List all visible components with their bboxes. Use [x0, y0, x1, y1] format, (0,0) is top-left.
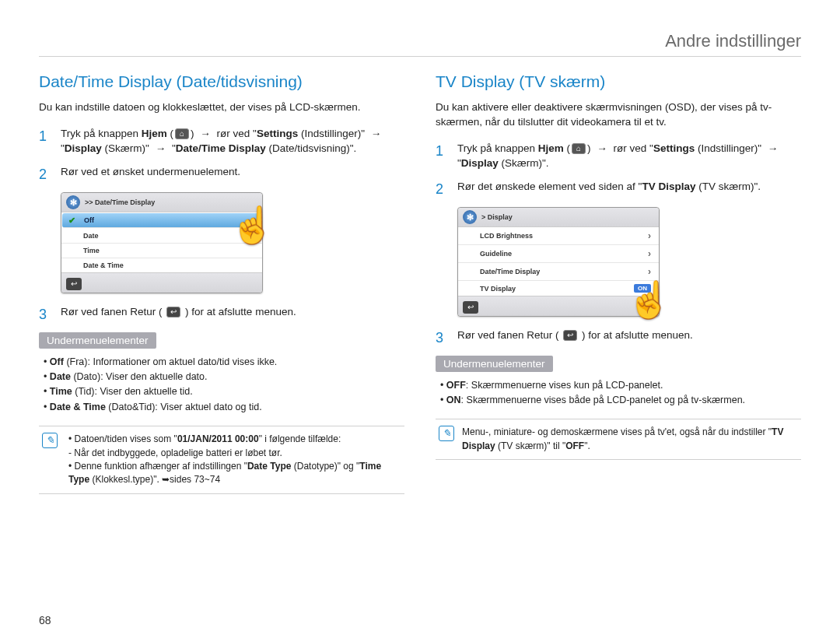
t: Guideline: [480, 250, 512, 258]
t: : Skærmmenuerne vises både på LCD-panele…: [461, 395, 745, 405]
subbox-header: Undermenuelementer: [436, 356, 553, 372]
page-header-title: Andre indstillinger: [39, 31, 801, 57]
t: (Indstillinger)": [695, 142, 765, 154]
note-icon: ✎: [439, 426, 454, 441]
list-item: OFF: Skærmmenuerne vises kun på LCD-pane…: [440, 378, 801, 393]
t: TV Display: [642, 181, 695, 192]
arrow-icon: →: [156, 142, 166, 154]
t: OFF: [565, 440, 584, 451]
toggle-on[interactable]: ON: [634, 284, 651, 293]
step-text: Tryk på knappen Hjem (⌂) → rør ved "Sett…: [457, 141, 801, 171]
t: Date/Time Display: [176, 142, 266, 154]
home-label: Hjem: [142, 128, 167, 139]
menu-item-tv-display[interactable]: TV DisplayON: [458, 281, 659, 296]
t: (Fra): Informationer om aktuel dato/tid …: [64, 356, 277, 367]
menu-item-date[interactable]: Date: [61, 229, 262, 244]
t: rør ved ": [614, 142, 653, 154]
submenu-list: Off (Fra): Informationer om aktuel dato/…: [39, 355, 404, 416]
t: Date/Time Display: [480, 268, 540, 275]
t: Rør ved fanen Retur (: [457, 329, 559, 341]
step-number: 1: [436, 141, 446, 161]
t: Time: [50, 386, 72, 397]
mock-header: ✻ >> Date/Time Display: [61, 193, 262, 212]
note-content: Menu-, miniature- og demoskærmene vises …: [462, 426, 798, 453]
t: Display: [461, 157, 499, 169]
mock-title: >> Date/Time Display: [85, 198, 155, 206]
menu-item-date-time-display[interactable]: Date/Time Display›: [458, 263, 659, 281]
t: Date & Time: [50, 402, 106, 412]
subbox-header: Undermenuelementer: [39, 332, 156, 349]
list-item: Datoen/tiden vises som "01/JAN/2011 00:0…: [68, 433, 401, 460]
note-box: ✎ Datoen/tiden vises som "01/JAN/2011 00…: [39, 426, 404, 494]
mock-title: > Display: [481, 213, 513, 221]
step-text: Rør ved fanen Retur ( ↩ ) for at afslutt…: [61, 304, 404, 320]
step-text: Rør det ønskede element ved siden af "TV…: [457, 179, 801, 195]
list-item: Date (Dato): Viser den aktuelle dato.: [44, 370, 404, 384]
home-icon: ⌂: [175, 128, 189, 139]
t: Off: [50, 356, 64, 367]
step-number: 2: [39, 164, 50, 184]
arrow-icon: →: [200, 128, 211, 139]
step-number: 3: [39, 304, 50, 325]
section-title-left: Date/Time Display (Date/tidsvisning): [39, 72, 404, 91]
left-step-2: 2 Rør ved et ønsket undermenuelement.: [39, 164, 404, 184]
t: (Tid): Viser den aktuelle tid.: [72, 386, 193, 397]
section-title-right: TV Display (TV skærm): [436, 72, 801, 91]
mock-footer: ↩: [458, 296, 659, 316]
t: Date: [50, 371, 71, 382]
step-text: Rør ved fanen Retur ( ↩ ) for at afslutt…: [457, 328, 801, 343]
t: (Indstillinger)": [298, 128, 368, 139]
t: (Datotype)" og ": [291, 461, 359, 472]
step-number: 1: [39, 126, 50, 146]
t: Settings: [653, 142, 695, 154]
return-icon[interactable]: ↩: [463, 301, 478, 314]
menu-item-guideline[interactable]: Guideline›: [458, 245, 659, 263]
note-box: ✎ Menu-, miniature- og demoskærmene vise…: [436, 419, 801, 460]
page-number: 68: [39, 614, 51, 626]
t: LCD Brightness: [480, 232, 533, 240]
t: Settings: [257, 128, 298, 139]
two-column-layout: Date/Time Display (Date/tidsvisning) Du …: [39, 72, 801, 494]
t: OFF: [446, 380, 466, 391]
gear-icon: ✻: [463, 210, 477, 224]
home-icon: ⌂: [572, 143, 586, 154]
t: Datoen/tiden vises som ": [75, 433, 177, 444]
t: (Skærm)": [102, 142, 152, 154]
chevron-right-icon: ›: [648, 248, 651, 259]
right-step-1: 1 Tryk på knappen Hjem (⌂) → rør ved "Se…: [436, 141, 801, 171]
left-step-1: 1 Tryk på knappen Hjem (⌂) → rør ved "Se…: [39, 126, 404, 156]
t: ) for at afslutte menuen.: [185, 306, 296, 317]
left-step-3: 3 Rør ved fanen Retur ( ↩ ) for at afslu…: [39, 304, 404, 325]
t: ON: [446, 395, 461, 405]
right-step-2: 2 Rør det ønskede element ved siden af "…: [436, 179, 801, 199]
mock-footer: ↩: [61, 273, 262, 293]
list-item: ON: Skærmmenuerne vises både på LCD-pane…: [440, 393, 801, 408]
list-item: Time (Tid): Viser den aktuelle tid.: [44, 384, 404, 399]
t: (Date/tidsvisning)".: [266, 142, 357, 154]
t: Display: [65, 142, 102, 154]
t: (Dato): Viser den aktuelle dato.: [71, 371, 208, 382]
menu-item-time[interactable]: Time: [61, 244, 262, 258]
step-text: Tryk på knappen Hjem (⌂) → rør ved "Sett…: [61, 126, 404, 156]
t: : Skærmmenuerne vises kun på LCD-panelet…: [466, 380, 663, 391]
list-item: Off (Fra): Informationer om aktuel dato/…: [44, 355, 404, 370]
menu-item-off[interactable]: Off: [62, 213, 261, 228]
menu-item-lcd-brightness[interactable]: LCD Brightness›: [458, 227, 659, 245]
note-icon: ✎: [42, 433, 58, 448]
return-icon[interactable]: ↩: [66, 278, 82, 290]
t: (Klokkesl.type)".: [89, 474, 162, 485]
t: (Skærm)".: [499, 157, 549, 169]
right-intro: Du kan aktivere eller deaktivere skærmvi…: [436, 100, 801, 130]
t: 01/JAN/2011 00:00: [177, 433, 259, 444]
t: - Når det indbyggede, opladelige batteri…: [68, 447, 282, 458]
t: Rør det ønskede element ved siden af ": [457, 181, 642, 192]
left-column: Date/Time Display (Date/tidsvisning) Du …: [39, 72, 404, 494]
t: Denne funktion afhænger af indstillingen…: [75, 461, 247, 472]
submenu-list: OFF: Skærmmenuerne vises kun på LCD-pane…: [436, 378, 801, 409]
menu-item-date-time[interactable]: Date & Time: [61, 258, 262, 272]
list-item: Denne funktion afhænger af indstillingen…: [68, 460, 401, 487]
step-number: 3: [436, 328, 446, 348]
t: ) for at afslutte menuen.: [582, 329, 693, 341]
step-text: Rør ved et ønsket undermenuelement.: [61, 164, 404, 180]
t: ".: [584, 440, 590, 451]
